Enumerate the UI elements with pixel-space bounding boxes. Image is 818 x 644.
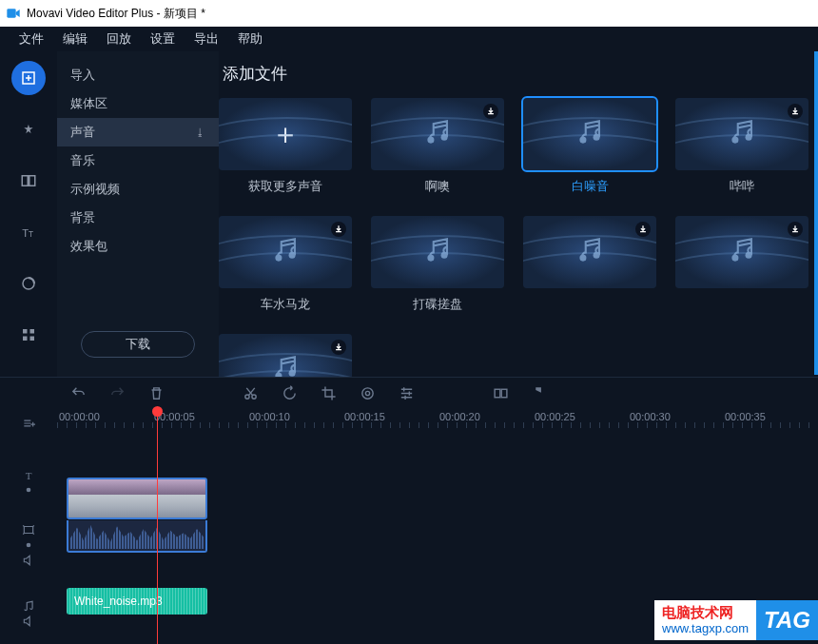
svg-point-22 bbox=[594, 251, 600, 258]
add-track-button[interactable] bbox=[22, 417, 35, 430]
download-icon bbox=[483, 104, 498, 119]
color-button[interactable] bbox=[360, 385, 376, 401]
sidebar-item-label: 媒体区 bbox=[70, 95, 107, 112]
audio-clip-label: White_noise.mp3 bbox=[74, 595, 163, 608]
menu-edit[interactable]: 编辑 bbox=[53, 30, 97, 48]
app-icon bbox=[6, 6, 21, 21]
menu-bar: 文件 编辑 回放 设置 导出 帮助 bbox=[0, 27, 818, 51]
playhead[interactable] bbox=[157, 409, 158, 644]
more-tool[interactable] bbox=[11, 318, 46, 352]
title-track[interactable] bbox=[57, 428, 818, 476]
svg-point-30 bbox=[365, 391, 369, 395]
svg-point-14 bbox=[594, 133, 600, 140]
card-get-more-sounds[interactable]: ＋获取更多声音 bbox=[219, 98, 352, 195]
side-edge bbox=[814, 51, 818, 375]
import-tool[interactable] bbox=[11, 61, 46, 95]
video-clip-audio[interactable] bbox=[67, 520, 207, 553]
transitions-tool[interactable] bbox=[11, 164, 46, 198]
watermark-line1: 电脑技术网 bbox=[662, 604, 749, 620]
titles-tool[interactable]: TT bbox=[11, 215, 46, 249]
sidebar-item-label: 声音 bbox=[70, 124, 95, 141]
svg-rect-9 bbox=[23, 337, 28, 342]
sidebar-item-label: 导入 bbox=[70, 67, 95, 84]
window-title: Movavi Video Editor Plus - 新项目 * bbox=[27, 6, 205, 22]
svg-point-13 bbox=[579, 136, 586, 143]
menu-export[interactable]: 导出 bbox=[185, 30, 228, 48]
menu-settings[interactable]: 设置 bbox=[141, 30, 185, 48]
menu-file[interactable]: 文件 bbox=[10, 30, 53, 48]
svg-rect-3 bbox=[29, 176, 35, 186]
svg-text:T: T bbox=[29, 230, 33, 239]
sidebar: 导入 媒体区 声音⭳ 音乐 示例视频 背景 效果包 下载 bbox=[57, 51, 219, 377]
redo-button[interactable] bbox=[109, 385, 126, 401]
card-label: 车水马龙 bbox=[261, 296, 310, 313]
video-track-controls[interactable] bbox=[22, 523, 35, 567]
undo-button[interactable] bbox=[70, 385, 87, 401]
music-note-icon bbox=[269, 235, 302, 270]
sidebar-item-sample-video[interactable]: 示例视频 bbox=[57, 175, 219, 204]
download-icon bbox=[331, 222, 346, 237]
svg-point-20 bbox=[441, 251, 448, 258]
sidebar-item-media[interactable]: 媒体区 bbox=[57, 89, 219, 118]
sidebar-item-effect-packs[interactable]: 效果包 bbox=[57, 232, 219, 261]
card-bibi[interactable]: 哔哔 bbox=[675, 98, 808, 195]
download-button[interactable]: 下载 bbox=[81, 331, 195, 358]
card-r7[interactable] bbox=[523, 216, 656, 313]
card-white-noise[interactable]: 白噪音 bbox=[523, 98, 656, 195]
stickers-tool[interactable] bbox=[11, 266, 46, 301]
card-label: 获取更多声音 bbox=[248, 178, 322, 195]
svg-point-21 bbox=[579, 254, 586, 261]
menu-playback[interactable]: 回放 bbox=[97, 30, 141, 48]
rotate-button[interactable] bbox=[282, 385, 298, 401]
audio-clip[interactable]: White_noise.mp3 bbox=[67, 588, 207, 615]
audio-track-controls[interactable] bbox=[22, 599, 35, 628]
music-note-icon bbox=[421, 117, 454, 152]
card-traffic[interactable]: 车水马龙 bbox=[219, 216, 352, 313]
adjust-button[interactable] bbox=[399, 385, 415, 401]
svg-text:T: T bbox=[22, 227, 29, 239]
card-r9[interactable] bbox=[219, 334, 352, 377]
marker-button[interactable] bbox=[532, 385, 548, 401]
transition-wizard-button[interactable] bbox=[493, 385, 509, 401]
download-icon: ⭳ bbox=[195, 127, 205, 138]
content-panel: 添加文件 ＋获取更多声音啊噢白噪音哔哔车水马龙打碟搓盘 bbox=[219, 51, 818, 377]
sidebar-item-import[interactable]: 导入 bbox=[57, 61, 219, 89]
svg-point-26 bbox=[289, 369, 296, 376]
ruler-tick: 00:00:35 bbox=[723, 409, 818, 428]
ruler-tick: 00:00:05 bbox=[152, 409, 247, 428]
ruler-tick: 00:00:10 bbox=[247, 409, 342, 428]
sidebar-item-sounds[interactable]: 声音⭳ bbox=[57, 118, 219, 146]
delete-button[interactable] bbox=[148, 385, 165, 401]
menu-help[interactable]: 帮助 bbox=[228, 30, 272, 48]
music-note-icon bbox=[726, 235, 758, 270]
svg-point-16 bbox=[746, 133, 752, 140]
ruler-tick: 00:00:25 bbox=[533, 409, 628, 428]
svg-point-34 bbox=[27, 543, 31, 548]
title-track-controls[interactable]: T bbox=[22, 470, 35, 497]
svg-point-23 bbox=[731, 254, 738, 261]
card-aoo[interactable]: 啊噢 bbox=[371, 98, 504, 195]
cut-button[interactable] bbox=[243, 385, 259, 401]
sidebar-item-music[interactable]: 音乐 bbox=[57, 146, 219, 175]
filters-tool[interactable] bbox=[11, 112, 46, 146]
timeline-ruler[interactable]: 00:00:0000:00:0500:00:1000:00:1500:00:20… bbox=[57, 409, 818, 428]
watermark: 电脑技术网www.tagxp.com TAG bbox=[654, 600, 818, 640]
video-clip[interactable] bbox=[67, 478, 207, 519]
ruler-tick: 00:00:30 bbox=[628, 409, 723, 428]
card-r8[interactable] bbox=[675, 216, 808, 313]
sidebar-item-backgrounds[interactable]: 背景 bbox=[57, 204, 219, 232]
tool-column: TT bbox=[0, 51, 57, 377]
card-dj-scratch[interactable]: 打碟搓盘 bbox=[371, 216, 504, 313]
music-note-icon bbox=[574, 235, 606, 270]
video-track[interactable] bbox=[57, 476, 818, 556]
svg-point-12 bbox=[441, 133, 448, 140]
svg-point-19 bbox=[427, 254, 434, 261]
card-label: 啊噢 bbox=[425, 178, 450, 195]
music-note-icon bbox=[269, 353, 302, 378]
timeline-left-controls: T bbox=[0, 409, 57, 644]
crop-button[interactable] bbox=[321, 385, 337, 401]
svg-rect-8 bbox=[30, 329, 35, 334]
svg-rect-10 bbox=[30, 337, 35, 342]
svg-rect-7 bbox=[23, 329, 28, 334]
watermark-line2: www.tagxp.com bbox=[662, 620, 749, 636]
